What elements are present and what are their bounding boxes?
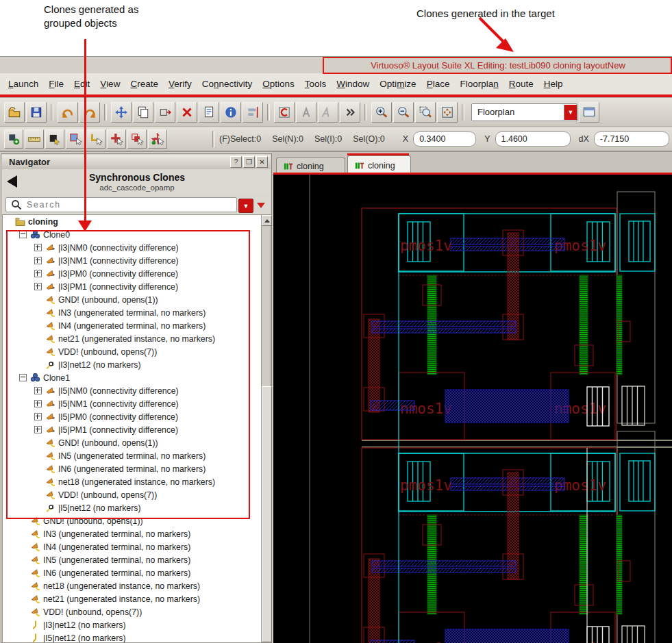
move-icon	[114, 105, 128, 119]
zoom-in-button[interactable]	[371, 102, 392, 123]
create-via-button[interactable]	[4, 129, 23, 149]
more-button[interactable]	[340, 102, 360, 123]
menu-item-file[interactable]: File	[49, 79, 64, 89]
net-icon	[30, 581, 40, 591]
redo-button[interactable]	[79, 102, 100, 123]
select-button[interactable]	[66, 129, 85, 149]
menu-item-launch[interactable]: Launch	[8, 79, 38, 89]
copy-button[interactable]	[133, 102, 153, 123]
zoom-area-button[interactable]	[415, 102, 436, 123]
align-button[interactable]	[242, 102, 263, 123]
tree-item[interactable]: IN3 (ungenerated terminal, no markers)	[3, 527, 261, 540]
copy-edit-icon	[130, 132, 144, 146]
properties-button[interactable]	[199, 102, 219, 123]
tree-item[interactable]: |I5|net12 (no markers)	[3, 631, 261, 643]
tree-item[interactable]: IN4 (ungenerated terminal, no markers)	[3, 540, 261, 553]
measure-icon	[27, 132, 41, 146]
screenshot-root: { "annotations": { "left_line1": "Clones…	[0, 0, 672, 643]
delete-button[interactable]	[177, 102, 197, 123]
annotation-line-toolbar	[0, 94, 672, 97]
create-wire-button[interactable]	[86, 129, 105, 149]
tab-label: cloning	[297, 162, 324, 171]
navigator-title: Navigator	[9, 157, 229, 167]
net-icon	[30, 568, 40, 578]
view-selector-combo[interactable]: Floorplan▼	[471, 103, 577, 121]
zoom-out-button[interactable]	[393, 102, 414, 123]
layout-canvas[interactable]: pmos1v pmos1v nmos1v nmos1v	[273, 175, 672, 643]
rotate-button[interactable]	[296, 102, 316, 123]
zoom-fit-icon	[440, 105, 454, 119]
tree-item-label: IN5 (ungenerated terminal, no markers)	[43, 555, 190, 565]
coord-field-y[interactable]	[495, 131, 571, 147]
tree-scrollbar[interactable]	[261, 214, 271, 643]
align-icon	[246, 105, 260, 119]
stretch-button[interactable]	[155, 102, 175, 123]
menu-item-floorplan[interactable]: Floorplan	[460, 79, 498, 89]
menu-item-edit[interactable]: Edit	[74, 79, 90, 89]
panel-button[interactable]	[579, 102, 599, 123]
stretch-edit-button[interactable]	[107, 129, 126, 149]
back-arrow-button[interactable]	[7, 175, 17, 188]
view-selector-dropdown-button[interactable]: ▼	[564, 105, 577, 120]
save-button[interactable]	[26, 102, 47, 123]
info-button[interactable]	[221, 102, 241, 123]
menu-item-connectivity[interactable]: Connectivity	[202, 79, 253, 89]
fit-selection-button[interactable]	[274, 102, 295, 123]
open-button[interactable]	[4, 102, 25, 123]
net-icon	[30, 555, 40, 565]
search-filter-dropdown[interactable]: ▼	[238, 199, 253, 213]
copy-edit-button[interactable]	[127, 129, 147, 149]
menu-item-optimize[interactable]: Optimize	[379, 79, 416, 89]
coord-field-dx[interactable]	[594, 131, 669, 147]
attach-button[interactable]	[45, 129, 64, 149]
tree-item-label: |I5|net12 (no markers)	[43, 633, 126, 643]
zoom-fit-button[interactable]	[437, 102, 458, 123]
tree-item[interactable]: IN6 (ungenerated terminal, no markers)	[3, 566, 261, 579]
zoom-in-icon	[375, 105, 388, 119]
measure-button[interactable]	[25, 129, 44, 149]
tree-item[interactable]: VDD! (unbound, opens(7))	[3, 605, 261, 618]
mirror-icon	[321, 105, 335, 119]
move-edit-button[interactable]	[148, 129, 167, 149]
menu-item-place[interactable]: Place	[427, 79, 450, 89]
coord-field-x[interactable]	[413, 131, 476, 147]
menu-item-verify[interactable]: Verify	[169, 79, 192, 89]
tree-item[interactable]: net21 (ungenerated instance, no markers)	[3, 592, 261, 605]
coord-label-y: Y	[484, 134, 490, 144]
tree-item[interactable]: cloning	[3, 215, 261, 228]
scrollbar-thumb[interactable]	[262, 386, 272, 642]
tree-item[interactable]: net18 (ungenerated instance, no markers)	[3, 579, 261, 592]
tree-item-label: cloning	[28, 217, 58, 227]
menu-item-options[interactable]: Options	[262, 79, 295, 89]
panel-icon	[582, 105, 596, 119]
menu-item-help[interactable]: Help	[544, 79, 563, 89]
search-options-arrow-icon[interactable]	[257, 203, 265, 208]
navigator-close-button[interactable]: ✕	[256, 156, 268, 168]
tree-item[interactable]: IN5 (ungenerated terminal, no markers)	[3, 553, 261, 566]
menu-item-tools[interactable]: Tools	[305, 79, 327, 89]
move-edit-icon	[151, 132, 164, 146]
move-button[interactable]	[111, 102, 132, 123]
layout-tab-icon	[355, 161, 364, 171]
search-box[interactable]	[5, 197, 237, 212]
menu-item-create[interactable]: Create	[130, 79, 158, 89]
menu-item-view[interactable]: View	[100, 79, 120, 89]
navigator-float-button[interactable]: ❐	[243, 156, 255, 168]
scroll-up-button[interactable]	[262, 215, 272, 226]
menu-item-window[interactable]: Window	[336, 79, 369, 89]
window-title: Virtuoso® Layout Suite XL Editing: testL…	[323, 57, 672, 74]
tab-cloning-2-active[interactable]: cloning	[347, 155, 411, 175]
annotation-mark-tab	[347, 153, 409, 155]
navigator-titlebar[interactable]: Navigator ? ❐ ✕	[2, 155, 271, 169]
search-input[interactable]	[25, 199, 236, 210]
tree-item-label: IN3 (ungenerated terminal, no markers)	[43, 529, 190, 539]
selection-status-0: (F)Select:0	[219, 134, 261, 144]
scroll-up-icon	[264, 219, 270, 223]
mirror-button[interactable]	[318, 102, 338, 123]
navigator-help-button[interactable]: ?	[230, 156, 242, 168]
annotation-arrow-right	[475, 16, 521, 56]
tree-item[interactable]: |I3|net12 (no markers)	[3, 618, 261, 631]
menu-item-route[interactable]: Route	[509, 79, 534, 89]
undo-button[interactable]	[58, 102, 78, 123]
wire-icon	[30, 620, 40, 630]
